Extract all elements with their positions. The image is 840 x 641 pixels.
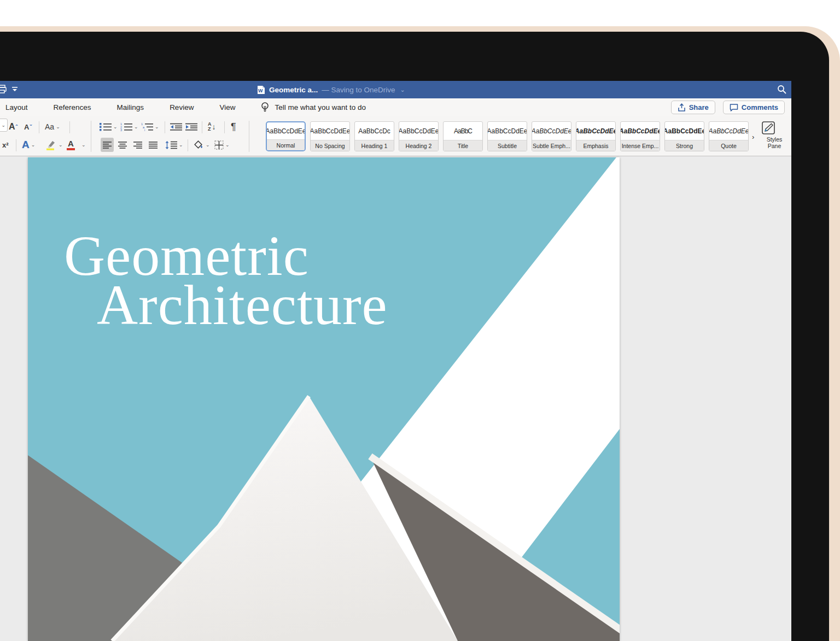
caret-down-icon: ˇ [30, 124, 32, 130]
styles-pane-icon [761, 121, 788, 135]
shrink-font-button[interactable]: A ˇ [24, 120, 32, 134]
chevron-down-icon: ⌄ [206, 142, 210, 148]
tab-mailings[interactable]: Mailings [117, 100, 144, 115]
style-chip-quote[interactable]: AaBbCcDdEe Quote [709, 121, 749, 151]
bulleted-list-icon [100, 122, 112, 131]
chevron-down-icon: ⌄ [31, 142, 36, 148]
superscript-button[interactable]: x² [2, 138, 9, 152]
screen-bezel: W Geometric a... — Saving to OneDrive ⌄ [0, 32, 829, 641]
decrease-indent-button[interactable] [170, 120, 182, 134]
styles-pane-label: Styles Pane [762, 136, 786, 149]
share-label: Share [689, 103, 709, 111]
borders-button[interactable]: ⌄ [214, 138, 230, 152]
align-left-icon [103, 142, 112, 149]
title-bar: W Geometric a... — Saving to OneDrive ⌄ [0, 81, 791, 98]
ribbon-tabs: Layout References Mailings Review View [0, 100, 261, 115]
document-canvas-background: Geometric Architecture [0, 156, 791, 641]
style-chip-subtle-emphasis[interactable]: AaBbCcDdEe Subtle Emph... [532, 121, 571, 151]
font-color-chevron[interactable]: ⌄ [81, 138, 86, 152]
multilevel-list-button[interactable]: 1 a i ⌄ [141, 120, 159, 134]
share-button[interactable]: Share [671, 101, 715, 114]
gallery-more-chevron[interactable]: › [752, 133, 754, 141]
chevron-down-icon: ⌄ [179, 142, 183, 148]
multilevel-list-icon: 1 a i [141, 122, 153, 131]
window-title: W Geometric a... — Saving to OneDrive ⌄ [257, 81, 405, 98]
style-chip-heading1[interactable]: AaBbCcDc Heading 1 [354, 121, 394, 151]
svg-text:i: i [144, 128, 145, 131]
align-right-button[interactable] [131, 138, 144, 152]
change-case-button[interactable]: Aa ⌄ [45, 120, 60, 134]
highlight-color-button[interactable]: ⌄ [45, 138, 63, 152]
chevron-down-icon: ⌄ [56, 124, 60, 130]
customize-toolbar-icon[interactable] [12, 87, 18, 92]
line-spacing-button[interactable]: ⌄ [165, 138, 183, 152]
chevron-down-icon: ⌄ [59, 142, 63, 148]
tab-view[interactable]: View [219, 100, 235, 115]
show-formatting-button[interactable]: ¶ [231, 120, 236, 134]
justify-button[interactable] [147, 138, 160, 152]
grow-font-button[interactable]: A ˆ [9, 120, 18, 134]
font-size-dropdown[interactable]: ⌄ [0, 119, 8, 132]
numbering-button[interactable]: 1 2 3 ⌄ [120, 120, 138, 134]
shading-button[interactable]: ⌄ [194, 138, 210, 152]
increase-indent-button[interactable] [185, 120, 197, 134]
style-chip-title[interactable]: AaBbC Title [443, 121, 483, 151]
justify-icon [149, 142, 158, 149]
lightbulb-icon [261, 102, 269, 113]
numbered-list-icon: 1 2 3 [120, 122, 132, 131]
search-icon[interactable] [777, 85, 786, 94]
style-chip-intense-emphasis[interactable]: AaBbCcDdEe Intense Emp... [620, 121, 660, 151]
saving-status[interactable]: — Saving to OneDrive [322, 86, 395, 94]
chevron-down-icon: ⌄ [134, 124, 138, 130]
style-chip-strong[interactable]: AaBbCcDdEe Strong [664, 121, 704, 151]
cover-title-line2[interactable]: Architecture [97, 277, 388, 333]
word-window: W Geometric a... — Saving to OneDrive ⌄ [0, 81, 791, 641]
align-center-button[interactable] [116, 138, 129, 152]
line-spacing-icon [165, 141, 177, 149]
comments-label: Comments [742, 103, 778, 111]
print-icon[interactable] [0, 85, 7, 93]
top-actions: Share Comments [671, 101, 785, 114]
sort-arrow-icon: ↓ [212, 123, 216, 131]
borders-icon [214, 140, 224, 150]
comments-icon [730, 103, 738, 112]
chevron-down-icon: ⌄ [1, 122, 5, 128]
chevron-down-icon: ⌄ [155, 124, 159, 130]
styles-gallery: AaBbCcDdEe Normal AaBbCcDdEe No Spacing … [266, 121, 749, 151]
caret-up-icon: ˆ [16, 124, 18, 130]
document-page[interactable]: Geometric Architecture [28, 157, 620, 641]
document-title: Geometric a... [269, 86, 318, 94]
ribbon-tab-row: Layout References Mailings Review View [0, 98, 791, 116]
ribbon: ⌄ A ˆ A ˇ Aa ⌄ A [0, 116, 791, 156]
chevron-down-icon: ⌄ [225, 142, 230, 148]
style-chip-subtitle[interactable]: AaBbCcDdEe Subtitle [487, 121, 527, 151]
device-edge: W Geometric a... — Saving to OneDrive ⌄ [0, 26, 840, 641]
share-icon [678, 103, 686, 112]
sort-button[interactable]: A Z ↓ [208, 120, 216, 134]
highlighter-icon [45, 139, 57, 150]
word-document-icon: W [257, 85, 265, 95]
style-chip-emphasis[interactable]: AaBbCcDdEe Emphasis [576, 121, 616, 151]
style-chip-normal[interactable]: AaBbCcDdEe Normal [266, 121, 306, 151]
tab-references[interactable]: References [54, 100, 91, 115]
align-left-button[interactable] [101, 138, 114, 152]
text-effects-button[interactable]: A ⌄ [22, 138, 35, 152]
paint-bucket-icon [194, 140, 204, 150]
tell-me-box[interactable]: Tell me what you want to do [261, 102, 366, 113]
comments-button[interactable]: Comments [723, 101, 785, 114]
align-right-icon [133, 142, 142, 149]
svg-text:3: 3 [120, 128, 122, 131]
svg-text:W: W [258, 88, 263, 93]
tab-layout[interactable]: Layout [5, 100, 28, 115]
style-chip-no-spacing[interactable]: AaBbCcDdEe No Spacing [310, 121, 350, 151]
styles-pane-button[interactable]: Styles Pane [761, 121, 788, 149]
bullets-button[interactable]: ⌄ [100, 120, 118, 134]
outdent-icon [170, 123, 182, 131]
font-color-button[interactable]: A [67, 138, 75, 152]
tab-review[interactable]: Review [170, 100, 194, 115]
style-chip-heading2[interactable]: AaBbCcDdEe Heading 2 [399, 121, 439, 151]
quick-access-toolbar [0, 85, 18, 93]
indent-icon [185, 123, 197, 131]
align-center-icon [118, 142, 127, 149]
saving-dropdown-chevron[interactable]: ⌄ [400, 86, 405, 93]
